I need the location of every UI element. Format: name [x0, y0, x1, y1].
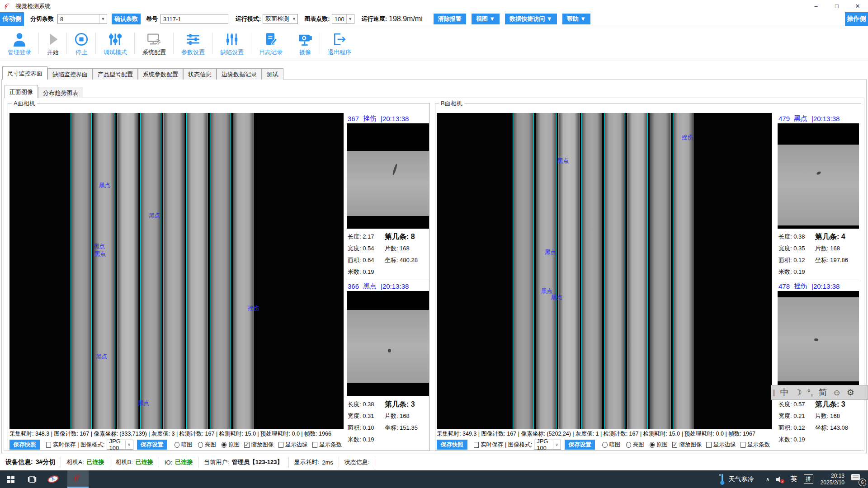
run-mode-select[interactable]: 双面检测 ▼ [263, 14, 298, 24]
weather-widget[interactable]: 天气寒冷 [729, 475, 754, 483]
ime-language-bar: ∥中☽°,简☺⚙ [771, 385, 868, 400]
notification-badge: 6 [859, 479, 866, 486]
defect-settings-button[interactable]: 缺陷设置 [212, 29, 251, 58]
save-settings-button[interactable]: 保存设置 [137, 440, 167, 450]
display-option-checkbox[interactable] [706, 442, 711, 448]
close-button[interactable]: ✕ [847, 0, 868, 12]
confirm-count-button[interactable]: 确认条数 [112, 14, 141, 24]
ime-settings-gear-button[interactable]: ⚙ [844, 385, 857, 400]
status-label: 显示耗时: [294, 458, 320, 466]
ime-emoji-button[interactable]: ☺ [830, 385, 844, 400]
maximize-button[interactable]: □ [826, 0, 847, 12]
defect-type: 黑点 [363, 282, 377, 291]
snipping-tool-button[interactable]: ✂ [42, 470, 64, 488]
minimize-button[interactable]: – [806, 0, 826, 12]
defect-type: 挫伤 [794, 282, 807, 291]
task-view-button[interactable] [21, 470, 42, 488]
image-subtabs: 正面图像分布趋势图表 [5, 86, 83, 98]
user-icon [13, 31, 26, 48]
film-strip [673, 113, 694, 429]
defect-card[interactable]: 366黑点|20:13:38长度: 0.38宽度: 0.31面积: 0.10米数… [347, 280, 429, 446]
roll-number-input[interactable] [160, 14, 228, 24]
tab-5[interactable]: 边缘数据记录 [217, 68, 262, 80]
defect-card[interactable]: 479黑点|20:13:38长度: 0.38宽度: 0.35面积: 0.12米数… [778, 113, 859, 279]
slit-count-select[interactable]: 8 ▼ [57, 14, 107, 24]
save-snapshot-button[interactable]: 保存快照 [437, 440, 467, 450]
chevron-down-icon: ▼ [346, 14, 354, 23]
display-option-checkbox[interactable]: ✓ [244, 442, 249, 448]
login-button[interactable]: 管理登录 [0, 29, 39, 58]
image-format-select[interactable]: JPG 100∨ [534, 440, 561, 450]
start-button[interactable]: 开始 [39, 29, 67, 58]
tray-expand-chevron[interactable]: ∧ [766, 476, 770, 483]
drag-handle-icon[interactable]: ∥ [771, 389, 778, 397]
defect-spot [814, 338, 819, 341]
chevron-down-icon: ▼ [99, 14, 107, 23]
language-indicator[interactable]: 英 [791, 475, 797, 483]
tab-3[interactable]: 系统参数配置 [138, 68, 183, 80]
save-settings-button[interactable]: 保存设置 [565, 440, 595, 450]
ime-punctuation-button[interactable]: °, [805, 385, 816, 400]
image-mode-radio[interactable] [175, 442, 179, 448]
display-option-checkbox[interactable] [278, 442, 283, 448]
chart-points-select[interactable]: 100 ▼ [332, 14, 354, 24]
debug-mode-button[interactable]: 调试模式 [96, 29, 135, 58]
start-button[interactable] [0, 470, 21, 488]
ime-simplified-button[interactable]: 简 [816, 385, 830, 400]
stat-row: 第几条: 8 [385, 231, 428, 243]
stat-row: 第几条: 3 [815, 399, 858, 410]
tab-0[interactable]: 尺寸监控界面 [2, 66, 47, 80]
speaker-muted-icon[interactable]: x [775, 475, 785, 484]
tab-1[interactable]: 缺陷监控界面 [47, 68, 93, 80]
image-mode-radio[interactable] [602, 442, 607, 448]
defect-image [778, 123, 859, 229]
tab-2[interactable]: 产品型号配置 [93, 68, 138, 80]
ime-fullhalf-moon-button[interactable]: ☽ [792, 385, 805, 400]
image-mode-radio[interactable] [198, 442, 203, 448]
defect-stats: 长度: 0.38宽度: 0.31面积: 0.10米数: 0.19第几条: 3片数… [347, 396, 429, 446]
notification-center-button[interactable]: 6 [851, 473, 866, 486]
defect-card[interactable]: 367挫伤|20:13:38长度: 2.17宽度: 0.54面积: 0.64米数… [347, 113, 429, 279]
defect-marker: 黑点 [138, 399, 149, 407]
image-format-select[interactable]: JPG 100∨ [107, 440, 133, 450]
display-option-checkbox[interactable] [741, 442, 745, 448]
stat-row: 面积: 0.12 [778, 422, 815, 434]
operator-side-button[interactable]: 操作侧 [845, 12, 868, 26]
drive-side-button[interactable]: 传动侧 [0, 12, 24, 26]
image-mode-radio[interactable] [626, 442, 631, 448]
defect-card[interactable]: 478挫伤|20:13:38长度: 0.57宽度: 0.21面积: 0.12米数… [778, 280, 859, 446]
capture-button[interactable]: 摄像 [290, 29, 320, 58]
defect-id: 479 [778, 115, 790, 122]
defect-image [778, 291, 859, 396]
data-quick-access-menu-button[interactable]: 数据快捷访问 ▼ [505, 14, 557, 24]
display-option-checkbox[interactable] [312, 442, 317, 448]
view-menu-button[interactable]: 视图 ▼ [472, 14, 500, 24]
tab-6[interactable]: 测试 [262, 68, 283, 80]
status-value: 管理员【123-123】 [232, 458, 283, 466]
clock[interactable]: 20:13 2025/2/10 [821, 473, 844, 486]
status-label: 设备信息: [5, 458, 33, 466]
image-mode-radio[interactable] [222, 442, 226, 448]
help-menu-button[interactable]: 帮助 ▼ [562, 14, 590, 24]
realtime-save-checkbox[interactable] [474, 442, 479, 448]
subtab-0[interactable]: 正面图像 [5, 85, 38, 98]
tab-4[interactable]: 状态信息 [183, 68, 217, 80]
stop-button[interactable]: 停止 [67, 29, 96, 58]
realtime-save-checkbox[interactable] [46, 442, 51, 448]
image-mode-radio[interactable] [650, 442, 655, 448]
exit-button[interactable]: 退出程序 [320, 29, 359, 58]
stat-row: 宽度: 0.21 [778, 410, 815, 422]
camera-image: 挫伤黑点黑点黑点黑点 [437, 113, 772, 429]
clear-alarm-button[interactable]: 清除报警 [434, 14, 466, 24]
ime-indicator[interactable]: 拼 [804, 474, 813, 484]
subtab-1[interactable]: 分布趋势图表 [38, 87, 83, 98]
ime-chinese-mode-button[interactable]: 中 [778, 385, 792, 400]
param-settings-button[interactable]: 参数设置 [174, 29, 212, 58]
status-segment: 相机B:已连接 [110, 457, 159, 468]
stat-row: 长度: 2.17 [348, 231, 385, 243]
system-config-button[interactable]: 系统配置 [135, 29, 174, 58]
log-button[interactable]: 日志记录 [251, 29, 290, 58]
display-option-checkbox[interactable]: ✓ [672, 442, 677, 448]
vision-app-taskbar-button[interactable] [67, 470, 89, 488]
save-snapshot-button[interactable]: 保存快照 [9, 440, 40, 450]
